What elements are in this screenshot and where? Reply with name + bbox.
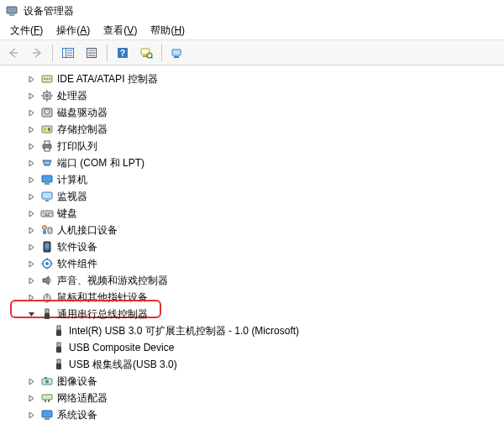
keyboard-icon <box>40 207 54 220</box>
svg-rect-24 <box>45 94 49 97</box>
network-icon <box>40 391 54 405</box>
tree-item-computer[interactable]: 计算机 <box>3 171 501 188</box>
tree-item-label: USB 根集线器(USB 3.0) <box>69 358 177 372</box>
usb-icon <box>40 307 54 321</box>
titlebar: 设备管理器 <box>0 0 504 22</box>
chevron-right-icon[interactable] <box>25 409 37 421</box>
svg-rect-53 <box>48 228 52 233</box>
tree-item-keyboard[interactable]: 键盘 <box>3 205 501 222</box>
hid-icon <box>40 223 54 237</box>
svg-rect-71 <box>57 359 60 364</box>
tree-item-label: 端口 (COM 和 LPT) <box>57 156 144 170</box>
tree-item-usb-child[interactable]: USB 根集线器(USB 3.0) <box>3 356 501 373</box>
sound-icon <box>40 274 54 287</box>
forward-button[interactable] <box>27 43 47 63</box>
tree-item-label: 声音、视频和游戏控制器 <box>57 274 168 288</box>
svg-rect-46 <box>43 212 45 214</box>
toolbar-separator <box>107 44 108 61</box>
chevron-right-icon[interactable] <box>25 157 37 169</box>
tree-item-monitor[interactable]: 监视器 <box>3 188 501 205</box>
chevron-down-icon[interactable] <box>25 308 37 320</box>
tree-item-usb-child[interactable]: Intel(R) USB 3.0 可扩展主机控制器 - 1.0 (Microso… <box>3 322 501 339</box>
svg-rect-75 <box>45 377 47 379</box>
chevron-right-icon[interactable] <box>25 107 37 118</box>
menu-view[interactable]: 查看(V) <box>97 22 144 39</box>
chevron-right-icon[interactable] <box>25 140 37 152</box>
tree-item-label: USB Composite Device <box>69 342 174 353</box>
show-hide-tree-button[interactable] <box>58 43 78 63</box>
svg-point-21 <box>46 78 48 80</box>
chevron-right-icon[interactable] <box>25 392 37 404</box>
svg-point-58 <box>45 262 49 265</box>
usb-icon <box>52 341 66 354</box>
chevron-right-icon[interactable] <box>25 275 37 286</box>
tree-item-ports[interactable]: 端口 (COM 和 LPT) <box>3 154 501 171</box>
port-icon <box>40 156 54 170</box>
tree-item-system[interactable]: 系统设备 <box>3 406 501 423</box>
tree-item-sound[interactable]: 声音、视频和游戏控制器 <box>3 272 501 289</box>
tree-item-usb-child[interactable]: USB Composite Device <box>3 339 501 356</box>
svg-point-56 <box>46 249 48 251</box>
svg-rect-69 <box>57 343 60 347</box>
tree-item-cpu[interactable]: 处理器 <box>3 87 501 104</box>
chevron-right-icon[interactable] <box>25 123 37 135</box>
tree-item-label: 系统设备 <box>57 408 97 422</box>
svg-rect-44 <box>45 200 49 202</box>
svg-rect-41 <box>42 175 52 182</box>
svg-rect-79 <box>42 411 52 417</box>
tree-item-network[interactable]: 网络适配器 <box>3 390 501 406</box>
svg-rect-47 <box>45 212 47 214</box>
tree-item-label: Intel(R) USB 3.0 可扩展主机控制器 - 1.0 (Microso… <box>69 324 299 338</box>
software-device-icon <box>40 240 54 254</box>
cpu-icon <box>40 89 54 102</box>
mouse-icon <box>40 291 54 304</box>
menu-action[interactable]: 操作(A) <box>50 22 97 39</box>
svg-rect-77 <box>45 400 46 402</box>
chevron-right-icon[interactable] <box>25 258 37 270</box>
chevron-right-icon[interactable] <box>25 291 37 303</box>
tree-item-label: 打印队列 <box>57 139 97 154</box>
tree-item-hid[interactable]: 人机接口设备 <box>3 222 501 238</box>
chevron-right-icon[interactable] <box>25 174 37 186</box>
device-tree[interactable]: IDE ATA/ATAPI 控制器 处理器 磁盘驱动器 存储控制器 打印队列 <box>0 65 504 424</box>
tree-item-storage[interactable]: 存储控制器 <box>3 121 501 138</box>
chevron-right-icon[interactable] <box>25 224 37 236</box>
help-button[interactable]: ? <box>113 43 133 63</box>
menu-file[interactable]: 文件(F) <box>3 22 50 39</box>
chevron-right-icon[interactable] <box>25 207 37 219</box>
scan-hardware-button[interactable] <box>136 43 156 63</box>
chevron-right-icon[interactable] <box>25 73 37 85</box>
svg-rect-33 <box>44 128 46 131</box>
tree-item-swdev[interactable]: 软件设备 <box>3 238 501 255</box>
tree-item-ide[interactable]: IDE ATA/ATAPI 控制器 <box>3 71 501 87</box>
svg-rect-78 <box>48 400 50 402</box>
tree-item-label: 存储控制器 <box>57 123 108 137</box>
svg-rect-42 <box>45 183 50 185</box>
svg-rect-43 <box>42 192 52 199</box>
printer-icon <box>40 139 54 153</box>
chevron-right-icon[interactable] <box>25 90 37 102</box>
add-hardware-button[interactable] <box>167 43 187 63</box>
chevron-right-icon[interactable] <box>25 191 37 202</box>
svg-point-40 <box>48 162 50 164</box>
tree-item-swcomp[interactable]: 软件组件 <box>3 255 501 272</box>
window-title: 设备管理器 <box>24 4 74 18</box>
tree-item-label: 软件设备 <box>57 240 97 254</box>
back-button[interactable] <box>3 43 24 63</box>
properties-button[interactable] <box>81 43 102 63</box>
svg-rect-70 <box>56 347 61 353</box>
chevron-right-icon[interactable] <box>25 241 37 253</box>
svg-rect-32 <box>42 126 52 133</box>
chevron-right-icon[interactable] <box>25 375 37 387</box>
tree-item-mouse[interactable]: 鼠标和其他指针设备 <box>3 289 501 306</box>
tree-item-usb[interactable]: 通用串行总线控制器 <box>3 306 501 322</box>
toolbar: ? <box>0 40 504 65</box>
svg-rect-80 <box>45 418 50 420</box>
svg-point-38 <box>45 162 46 164</box>
menu-help[interactable]: 帮助(H) <box>144 22 192 39</box>
tree-item-imaging[interactable]: 图像设备 <box>3 373 501 390</box>
tree-item-disk[interactable]: 磁盘驱动器 <box>3 104 501 121</box>
svg-rect-50 <box>45 215 50 216</box>
tree-item-printq[interactable]: 打印队列 <box>3 138 501 154</box>
usb-icon <box>52 324 66 338</box>
